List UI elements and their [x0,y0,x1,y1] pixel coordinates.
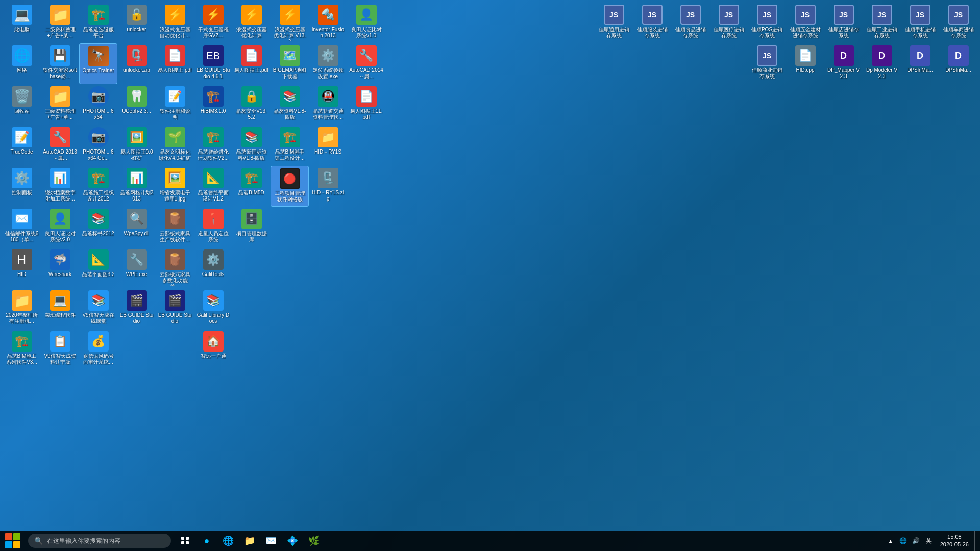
icon-hibim310[interactable]: 🏗️ HiBIM3.1.0 [194,84,232,125]
taskbar-search[interactable]: 🔍 在这里输入你要搜索的内容 [28,534,171,548]
icon-project-db[interactable]: 🗄️ 项目管理数据库 [232,207,271,247]
vs-button[interactable]: 💠 [282,531,303,551]
icon-jx-pos[interactable]: JS 佳顺POS进销存系统 [748,3,786,43]
icon-transformer-calc[interactable]: ⚡ 浪漫式变压器优化计算 [232,3,271,43]
icon-rongban[interactable]: 💻 荣班编程软件 [41,288,79,329]
icon-dpslnma2[interactable]: D DPSlnMa... [939,43,977,84]
icon-pinmao-book2012[interactable]: 📚 品茗标书2012 [79,207,117,247]
icon-soft-reg[interactable]: 📝 软件注册和说明 [156,84,194,125]
icon-rui-archive[interactable]: 📊 锐尔档案数字化加工系统... [41,166,79,207]
icon-zhiyuan[interactable]: 🏠 智远一户通 [194,329,232,370]
icon-pinmao-rail[interactable]: 🚇 晶茗轨道交通资料管理软... [309,84,347,125]
icon-control-panel[interactable]: ⚙️ 控制面板 [3,166,41,207]
icon-wpespy[interactable]: 🔍 WpeSpy.dll [117,207,156,247]
icon-pinmao-platform[interactable]: 🏗️ 品茗造选退服平台 [79,3,117,43]
icon-pinmao-floor[interactable]: 📐 品茗智绘平面设计V1.2 [194,166,232,207]
icon-dp-modeler[interactable]: D Dp Modeler V2.3 [863,43,901,84]
icon-pinmao-culture[interactable]: 🌱 品茗文明标化绿化V4.0-红矿 [156,125,194,166]
icon-data3[interactable]: 📁 三级资料整理+广告+单... [41,84,79,125]
icon-jx-shop[interactable]: JS 佳顺店进销存系统 [824,3,863,43]
icon-easy-pdf2[interactable]: 📄 易人图搜王.pdf [232,43,271,84]
icon-jx-clothing[interactable]: JS 佳顺服装进销存系统 [633,3,671,43]
icon-jiaxin-mail[interactable]: ✉️ 佳信邮件系统6180（单... [3,207,41,247]
edge-button[interactable]: 🌐 [218,531,238,551]
icon-photom1[interactable]: 📷 PHOTOM... 6 x64 [79,84,117,125]
icon-eb-guide-studio[interactable]: 🎬 EB GUIDE Studio [117,288,156,329]
icon-recycle[interactable]: 🗑️ 回收站 [3,84,41,125]
task-view-button[interactable] [175,531,195,551]
icon-pinmao-resource[interactable]: 📚 品茗资料V1.8-四版 [271,84,309,125]
icon-invoice-jpg[interactable]: 🖼️ 增省发票电子通用1.jpg [156,166,194,207]
icon-cloud-furniture[interactable]: 🪵 云熙板式家具生产线软件... [156,207,194,247]
icon-pinmao-network2013[interactable]: 📊 品茗网格计划2013 [117,166,156,207]
icon-bigemap[interactable]: 🗺️ BIGEMAP地图下载器 [271,43,309,84]
icon-pinmao-org2012[interactable]: 🏗️ 品茗施工组织设计2012 [79,166,117,207]
icon-inventor-fusion[interactable]: 🔩 Inventor Fusion 2013 [309,3,347,43]
icon-caixn-audit[interactable]: 💰 财信语风码号向审计系统... [79,329,117,370]
icon-cloud-furniture2[interactable]: 🪵 云熙板式家具参数化功能单... [156,247,194,288]
icon-easy-draw[interactable]: 🖼️ 易人图搜王0.0-红矿 [117,125,156,166]
icon-pinmao-plan[interactable]: 📐 品茗平面图3.2 [79,247,117,288]
icon-jx-mobile[interactable]: JS 佳顺手机进销存系统 [901,3,939,43]
icon-easy-search-11[interactable]: 📄 易人图搜王11.pdf [347,84,385,125]
icon-bim-series[interactable]: 🏗️ 品茗BIM施工系列软件V3... [3,329,41,370]
icon-jx-car[interactable]: JS 佳顺车商进销存系统 [939,3,977,43]
icon-daoliang-location[interactable]: 📍 道量人员定位系统 [194,207,232,247]
icon-pinmao-security[interactable]: 🔒 晶茗安全V13.5.2 [232,84,271,125]
icon-eb-guide2[interactable]: 🎬 EB GUIDE Studio [156,288,194,329]
icon-pinmao-national[interactable]: 📚 品茗新国标资料V1.8-四版 [232,125,271,166]
tray-network-icon[interactable]: 🌐 [898,531,909,551]
icon-computer[interactable]: 💻 此电脑 [3,3,41,43]
icon-pinmao-bim5d[interactable]: 🏗️ 品茗BIM5D [232,166,271,207]
icon-pinmao-smart[interactable]: 🏗️ 品茗智绘进化计划软件V2... [194,125,232,166]
icon-v9-liaoning[interactable]: 📋 V9倍智天成资料辽宁版 [41,329,79,370]
icon-jx-food[interactable]: JS 佳顺食品进销存系统 [671,3,709,43]
icon-wireshark[interactable]: 🦈 Wireshark [41,247,79,288]
icon-unlocker-zip[interactable]: 🗜️ unlocker.zip [117,43,156,84]
icon-jx-general[interactable]: JS 佳顺通用进销存系统 [595,3,633,43]
icon-eb-guide-461[interactable]: EB EB GUIDE Studio 4.6.1 [194,43,232,84]
icon-uceph[interactable]: 🦷 UCeph-2.3... [117,84,156,125]
show-desktop-button[interactable] [974,531,977,551]
icon-liangtian-v2[interactable]: 👤 良田人证比对系统v2.0 [41,207,79,247]
icon-galil-tools[interactable]: ⚙️ GalilTools [194,247,232,288]
icon-dp-mapper[interactable]: D DP_Mapper V2.3 [824,43,863,84]
icon-location-params[interactable]: ⚙️ 定位系统参数设置.exe [309,43,347,84]
icon-dry-transformer[interactable]: ⚡ 干式变压器程序GVZ... [194,3,232,43]
icon-hid-folder[interactable]: 📁 HID－RY1S [309,125,347,166]
icon-transformer-auto[interactable]: ⚡ 浪漫式变压器自动优化计... [156,3,194,43]
tray-ime-icon[interactable]: 英 [923,531,935,551]
icon-pinmao-scaffold[interactable]: 🏗️ 品茗BIM脚手架工程设计... [271,125,309,166]
mail-button[interactable]: ✉️ [261,531,281,551]
icon-galil-docs[interactable]: 📚 Galil Library Docs [194,288,232,329]
icon-wpe-exe[interactable]: 🔧 WPE.exe [117,247,156,288]
icon-2020-folder[interactable]: 📁 2020年整理所有注册机... [3,288,41,329]
icon-transformer-v133[interactable]: ⚡ 浪漫式变压器优化计算 V13.3 [271,3,309,43]
icon-hid-cpp[interactable]: 📄 HID.cpp [786,43,824,84]
icon-unlocker[interactable]: 🔓 unlocker [117,3,156,43]
icon-optics-trainer[interactable]: 🔭 Optics Trainer [79,43,117,84]
icon-photom2[interactable]: 📷 PHOTOM... 6 x64 Ge... [79,125,117,166]
icon-project-mgmt-net[interactable]: 🔴 工程项目管理软件网络版 [271,166,309,207]
icon-data-folder[interactable]: 📁 二级资料整理+广告+某... [41,3,79,43]
system-clock[interactable]: 15:08 2020-05-26 [936,531,973,551]
icon-jx-industry[interactable]: JS 佳顺工业进销存系统 [863,3,901,43]
icon-easy-search-pdf[interactable]: 📄 易人图搜王.pdf [156,43,194,84]
git-button[interactable]: 🌿 [304,531,324,551]
icon-jx-hardware[interactable]: JS 佳顺五金建材进销存系统 [786,3,824,43]
icon-liangtian-v1[interactable]: 👤 良田人证比对系统v1.0 [347,3,385,43]
start-button[interactable] [0,531,26,551]
icon-truecode[interactable]: 📝 TrueCode [3,125,41,166]
tray-speaker-icon[interactable]: 🔊 [911,531,922,551]
icon-softbase[interactable]: 💾 软件交流家softbase@... [41,43,79,84]
icon-jx-medical[interactable]: JS 佳顺医疗进销存系统 [709,3,748,43]
explorer-button[interactable]: 📁 [239,531,260,551]
icon-hid[interactable]: H HID [3,247,41,288]
icon-v9-online[interactable]: 📚 V9倍智天成在线课堂 [79,288,117,329]
icon-autocad2013[interactable]: 🔧 AutoCAD 2013～属... [41,125,79,166]
icon-jx-commerce[interactable]: JS 佳顺商业进销存系统 [748,43,786,84]
icon-network[interactable]: 🌐 网络 [3,43,41,84]
cortana-button[interactable]: ● [197,531,217,551]
tray-expand-icon[interactable]: ▲ [885,531,896,551]
icon-hid-zip[interactable]: 🗜️ HID－RY1S.zip [309,166,347,207]
